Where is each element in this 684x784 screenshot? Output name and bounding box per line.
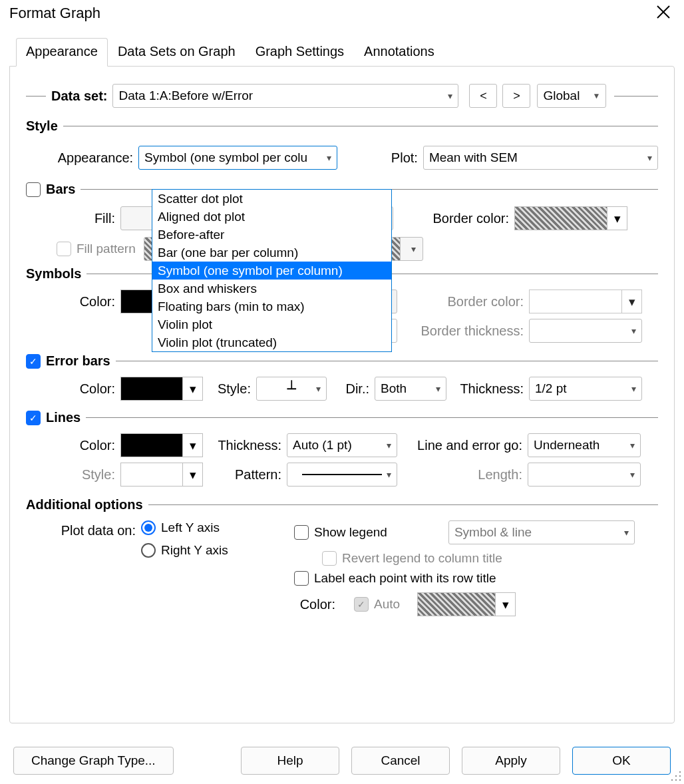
data-set-select[interactable]: Data 1:A:Before w/Error▾ <box>112 84 458 108</box>
close-icon[interactable] <box>652 4 675 23</box>
cancel-button[interactable]: Cancel <box>351 747 450 775</box>
appearance-option[interactable]: Bar (one bar per column) <box>152 244 391 262</box>
appearance-option[interactable]: Scatter dot plot <box>152 190 391 208</box>
symbols-border-thickness-label: Border thickness: <box>397 323 529 339</box>
fill-pattern-label: Fill pattern <box>77 242 136 256</box>
error-thickness-label: Thickness: <box>446 381 529 397</box>
tab-bar: Appearance Data Sets on Graph Graph Sett… <box>16 37 684 66</box>
revert-legend-checkbox <box>322 551 337 566</box>
legend-type-select[interactable]: Symbol & line▾ <box>448 520 635 544</box>
lines-thickness-label: Thickness: <box>203 438 287 453</box>
error-style-label: Style: <box>203 381 256 397</box>
auto-color-checkbox: ✓ <box>354 597 369 612</box>
bars-fill-label: Fill: <box>26 211 120 226</box>
symbols-border-color: ▾ <box>529 290 642 313</box>
error-t-icon: ┴ <box>287 381 295 397</box>
appearance-option[interactable]: Aligned dot plot <box>152 208 391 226</box>
lines-pattern-select[interactable]: ▾ <box>287 463 397 487</box>
right-y-radio[interactable] <box>141 543 156 558</box>
window-title: Format Graph <box>9 5 100 22</box>
plot-on-label: Plot data on: <box>26 520 141 538</box>
lines-pattern-label: Pattern: <box>203 467 287 483</box>
error-dir-select[interactable]: Both▾ <box>375 377 446 401</box>
prev-data-set-button[interactable]: < <box>469 84 497 108</box>
symbols-border-thickness-select: ▾ <box>529 319 642 343</box>
show-legend-checkbox[interactable] <box>294 525 309 540</box>
plot-label: Plot: <box>337 150 423 166</box>
fill-pattern-checkbox <box>57 242 71 256</box>
lines-thickness-select[interactable]: Auto (1 pt)▾ <box>287 433 397 457</box>
error-thickness-select[interactable]: 1/2 pt▾ <box>529 377 642 401</box>
appearance-option[interactable]: Box and whiskers <box>152 280 391 297</box>
lines-style-select: ▾ <box>120 463 203 487</box>
appearance-dropdown-list[interactable]: Scatter dot plotAligned dot plotBefore-a… <box>152 189 392 352</box>
lines-section-title: Lines <box>46 410 81 425</box>
solid-line-icon <box>302 474 382 475</box>
bars-border-color[interactable]: ▾ <box>514 206 627 230</box>
error-bars-checkbox[interactable]: ✓ <box>26 354 41 369</box>
error-color[interactable]: ▾ <box>120 377 203 401</box>
label-each-point-checkbox[interactable] <box>294 571 309 586</box>
lines-length-label: Length: <box>397 467 528 483</box>
appearance-option[interactable]: Floating bars (min to max) <box>152 297 391 315</box>
lines-go-label: Line and error go: <box>397 438 528 453</box>
apply-button[interactable]: Apply <box>462 747 560 775</box>
help-button[interactable]: Help <box>241 747 339 775</box>
symbols-color-label: Color: <box>26 294 120 309</box>
lines-length-select: ▾ <box>528 463 641 487</box>
symbols-border-color-label: Border color: <box>397 294 529 309</box>
error-bars-section-title: Error bars <box>46 353 110 369</box>
tab-data-sets[interactable]: Data Sets on Graph <box>108 38 246 67</box>
appearance-select[interactable]: Symbol (one symbol per colu▾ <box>138 146 337 170</box>
appearance-option[interactable]: Before-after <box>152 226 391 244</box>
symbols-section-title: Symbols <box>26 266 81 282</box>
additional-section-title: Additional options <box>26 497 143 512</box>
lines-go-select[interactable]: Underneath▾ <box>528 433 641 457</box>
resize-grip-icon[interactable] <box>669 769 683 783</box>
style-section-title: Style <box>26 118 58 134</box>
additional-color-label: Color: <box>294 597 341 612</box>
error-style-select[interactable]: ┴ ▾ <box>256 377 327 401</box>
data-set-label: Data set: <box>51 89 112 104</box>
additional-color: ▾ <box>417 592 516 616</box>
global-select[interactable]: Global▼ <box>537 84 606 108</box>
bars-section-title: Bars <box>46 182 75 197</box>
tab-appearance[interactable]: Appearance <box>16 38 108 67</box>
appearance-label: Appearance: <box>26 150 138 166</box>
appearance-option[interactable]: Violin plot <box>152 315 391 333</box>
error-color-label: Color: <box>26 381 120 397</box>
change-graph-type-button[interactable]: Change Graph Type... <box>13 747 174 775</box>
ok-button[interactable]: OK <box>572 747 671 775</box>
tab-graph-settings[interactable]: Graph Settings <box>246 38 354 67</box>
appearance-option[interactable]: Violin plot (truncated) <box>152 333 391 351</box>
bars-border-label: Border color: <box>393 211 514 226</box>
appearance-option[interactable]: Symbol (one symbol per column) <box>152 262 391 280</box>
plot-select[interactable]: Mean with SEM▾ <box>423 146 658 170</box>
lines-checkbox[interactable]: ✓ <box>26 411 41 425</box>
appearance-panel: Data set: Data 1:A:Before w/Error▾ < > G… <box>9 66 675 723</box>
tab-annotations[interactable]: Annotations <box>354 38 444 67</box>
next-data-set-button[interactable]: > <box>502 84 530 108</box>
left-y-radio[interactable] <box>141 520 156 535</box>
bars-checkbox[interactable] <box>26 182 41 197</box>
error-dir-label: Dir.: <box>327 381 375 397</box>
lines-color-label: Color: <box>26 438 120 453</box>
lines-style-label: Style: <box>26 467 120 483</box>
lines-color[interactable]: ▾ <box>120 433 203 457</box>
